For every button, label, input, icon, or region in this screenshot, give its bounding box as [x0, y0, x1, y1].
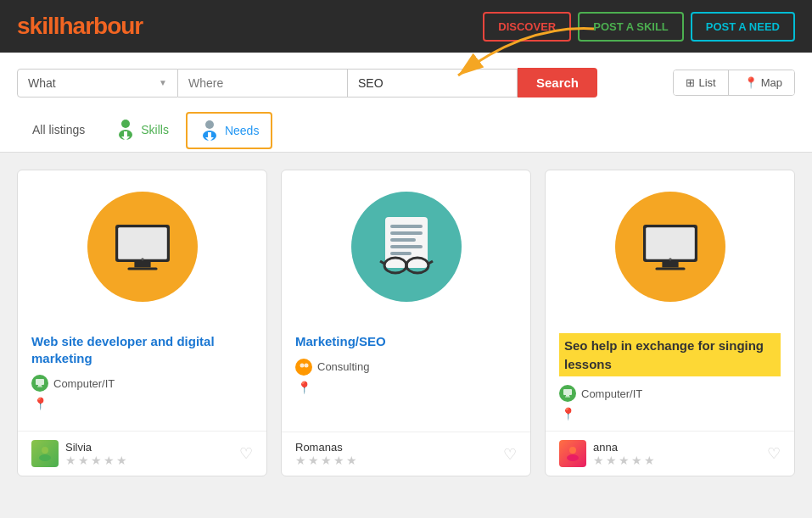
avatar-1 [31, 440, 59, 467]
card-image-2 [282, 170, 530, 323]
search-row: What ▼ Search ⊞ List 📍 Map [17, 68, 795, 97]
list-label: List [698, 76, 715, 89]
app-header: skillharbour DISCOVER POST A SKILL POST … [0, 0, 812, 53]
skills-icon [115, 118, 136, 142]
listing-card-1: Web site developer and digital marketing… [17, 170, 267, 476]
post-skill-button[interactable]: POST A SKILL [578, 12, 684, 42]
card-body-1: Web site developer and digital marketing… [18, 323, 266, 431]
svg-rect-18 [390, 225, 423, 228]
location-icon-2: 📍 [297, 381, 311, 394]
map-view-button[interactable]: 📍 Map [732, 70, 794, 95]
heart-icon-3[interactable]: ♡ [767, 444, 781, 463]
stars-3: ★★★★★ [593, 454, 657, 467]
svg-rect-22 [390, 252, 412, 255]
category-label-1: Computer/IT [53, 377, 115, 390]
discover-button[interactable]: DISCOVER [483, 12, 571, 42]
card-footer-3: anna ★★★★★ ♡ [546, 431, 794, 476]
user-details-1: Silvia ★★★★★ [65, 441, 129, 467]
svg-rect-35 [563, 389, 572, 395]
what-dropdown[interactable]: What ▼ [17, 69, 178, 97]
main-content: Web site developer and digital marketing… [0, 153, 812, 493]
card-category-2: Consulting [295, 359, 517, 376]
listing-card-3: Seo help in exchange for singing lessons… [545, 170, 795, 476]
svg-rect-9 [134, 262, 150, 267]
avatar-image-3 [564, 445, 581, 462]
listing-card-2: Marketing/SEO Consulting 📍 Romanas ★★★★★ [281, 170, 531, 476]
svg-point-39 [567, 454, 579, 461]
avatar-3 [559, 440, 586, 467]
card-body-3: Seo help in exchange for singing lessons… [546, 323, 794, 431]
svg-rect-8 [118, 227, 167, 259]
svg-rect-12 [36, 379, 44, 385]
svg-point-1 [121, 120, 130, 128]
user-details-2: Romanas ★★★★★ [295, 441, 359, 467]
search-button[interactable]: Search [518, 68, 597, 97]
svg-rect-19 [390, 231, 423, 235]
user-name-2: Romanas [295, 441, 359, 454]
svg-rect-31 [646, 227, 695, 259]
logo-text: skillharbour [17, 13, 143, 39]
svg-rect-10 [127, 267, 157, 270]
map-label: Map [761, 76, 782, 89]
post-need-button[interactable]: POST A NEED [691, 12, 795, 42]
heart-icon-2[interactable]: ♡ [503, 445, 517, 464]
view-toggle: ⊞ List 📍 Map [673, 70, 795, 96]
card-title-highlighted-3[interactable]: Seo help in exchange for singing lessons [559, 333, 781, 376]
search-input[interactable] [348, 69, 518, 97]
nav-buttons: DISCOVER POST A SKILL POST A NEED [483, 12, 795, 42]
list-view-button[interactable]: ⊞ List [674, 70, 728, 95]
monitor-icon-3 [636, 217, 704, 276]
consulting-icon [299, 362, 309, 372]
tab-all-listings[interactable]: All listings [17, 114, 100, 147]
svg-line-26 [380, 261, 384, 264]
card-title-text-3: Seo help in exchange for singing lessons [564, 338, 764, 371]
user-name-1: Silvia [65, 441, 129, 454]
monitor-icon-1 [109, 217, 176, 276]
user-name-3: anna [593, 441, 657, 454]
card-icon-circle-2 [351, 192, 462, 302]
svg-point-28 [300, 363, 305, 367]
category-icon-2 [295, 359, 312, 376]
stars-1: ★★★★★ [65, 454, 129, 467]
svg-point-15 [42, 447, 48, 454]
logo: skillharbour [17, 13, 143, 40]
svg-rect-36 [566, 395, 569, 397]
card-category-1: Computer/IT [31, 375, 253, 392]
stars-2: ★★★★★ [295, 454, 359, 467]
location-pin-3: 📍 [559, 407, 781, 421]
svg-point-38 [569, 447, 576, 454]
where-input[interactable] [178, 69, 348, 97]
location-icon-3: 📍 [561, 407, 575, 421]
skills-label: Skills [141, 123, 169, 136]
user-info-3: anna ★★★★★ [559, 440, 657, 467]
svg-point-4 [205, 120, 214, 129]
svg-rect-13 [38, 385, 42, 387]
svg-line-27 [428, 261, 433, 264]
card-footer-1: Silvia ★★★★★ ♡ [18, 431, 266, 476]
location-icon-1: 📍 [33, 397, 48, 410]
needs-label: Needs [225, 124, 259, 137]
location-pin-2: 📍 [295, 381, 517, 394]
category-label-3: Computer/IT [581, 387, 642, 400]
user-info-2: Romanas ★★★★★ [295, 441, 359, 467]
card-title-1[interactable]: Web site developer and digital marketing [31, 333, 253, 366]
tab-skills[interactable]: Skills [100, 109, 184, 152]
search-area: What ▼ Search ⊞ List 📍 Map [0, 53, 812, 153]
chevron-down-icon: ▼ [159, 78, 167, 87]
card-icon-circle-3 [615, 192, 725, 302]
svg-rect-20 [390, 238, 416, 242]
svg-rect-32 [662, 262, 678, 267]
category-label-2: Consulting [317, 360, 369, 373]
avatar-image-1 [36, 445, 53, 462]
card-category-3: Computer/IT [559, 385, 781, 402]
location-pin-1: 📍 [31, 397, 253, 410]
what-label: What [28, 76, 56, 90]
card-icon-circle-1 [87, 192, 198, 302]
svg-point-11 [141, 258, 143, 260]
tab-needs[interactable]: Needs [186, 112, 272, 149]
svg-rect-21 [390, 245, 423, 248]
category-icon-3 [559, 385, 576, 402]
card-title-2[interactable]: Marketing/SEO [295, 333, 517, 350]
computer-icon-1 [35, 378, 45, 388]
heart-icon-1[interactable]: ♡ [239, 444, 253, 463]
